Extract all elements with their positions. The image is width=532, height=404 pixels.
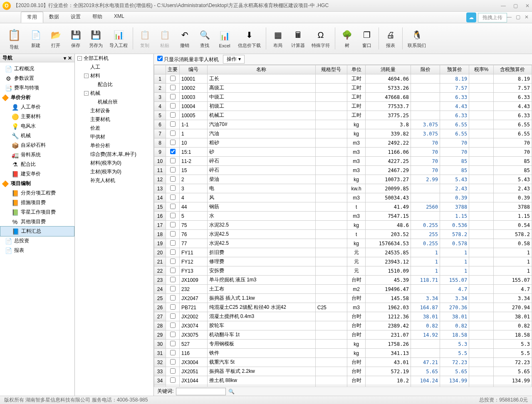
table-row[interactable]: 410004初级工工时77533.74.434.43 xyxy=(154,102,532,111)
row-checkbox[interactable] xyxy=(166,148,180,157)
tree-人工[interactable]: 人工 xyxy=(75,63,153,71)
col-税率%[interactable]: 税率% xyxy=(469,65,493,74)
tool-撤销[interactable]: ↶撤销 xyxy=(175,25,195,52)
table-row[interactable]: 28JX3074胶轮车台时2389.420.820.820.82 xyxy=(154,321,532,330)
table-row[interactable]: 133电kw.h20099.852.432.43 xyxy=(154,184,532,193)
row-checkbox[interactable] xyxy=(166,230,180,239)
table-row[interactable]: 21FY12修理费元23943.12111 xyxy=(154,257,532,266)
col-限价[interactable]: 限价 xyxy=(411,65,440,74)
row-checkbox[interactable] xyxy=(166,376,180,385)
close-icon[interactable]: ✕ xyxy=(68,55,72,61)
table-row[interactable]: 1775水泥32.5kg48.60.2550.5360.54 xyxy=(154,221,532,230)
col-含税预算价[interactable]: 含税预算价 xyxy=(493,65,532,74)
tree-toggle-icon[interactable]: - xyxy=(84,74,89,78)
tool-特殊字符[interactable]: Ω特殊字符 xyxy=(308,25,333,52)
row-checkbox[interactable] xyxy=(166,138,180,148)
row-checkbox[interactable] xyxy=(166,212,180,221)
menu-帮助[interactable]: 帮助 xyxy=(87,12,108,23)
close-icon[interactable]: ✕ xyxy=(525,3,530,9)
restore-icon[interactable]: ▢ xyxy=(516,14,520,20)
tool-计算器[interactable]: 🖩计算器 xyxy=(288,25,308,52)
nav-报表[interactable]: 📄报表 xyxy=(0,246,74,255)
tool-联系我们[interactable]: 🐧联系我们 xyxy=(404,25,429,52)
row-checkbox[interactable] xyxy=(166,120,180,129)
nav-电风水[interactable]: 💡电风水 xyxy=(0,121,74,131)
col-预算价[interactable]: 预算价 xyxy=(440,65,469,74)
tree-机械台班[interactable]: 机械台班 xyxy=(75,98,153,106)
nav-措施项目费[interactable]: 📙措施项目费 xyxy=(0,198,74,207)
nav-建安单价[interactable]: 📕建安单价 xyxy=(0,169,74,179)
row-checkbox[interactable] xyxy=(166,358,180,367)
nav-参数设置[interactable]: ⚙参数设置 xyxy=(0,74,74,83)
cloud-icon[interactable]: ☁ xyxy=(466,12,476,22)
tree-材料[interactable]: -材料 xyxy=(75,71,153,80)
tool-窗口[interactable]: ❐窗口 xyxy=(357,25,377,52)
col-主要[interactable]: 主要 xyxy=(166,65,180,74)
table-row[interactable]: 31116铁件kg341.135.55.5 xyxy=(154,349,532,358)
table-row[interactable]: 310003中级工工时47668.686.336.33 xyxy=(154,93,532,102)
row-checkbox[interactable] xyxy=(166,184,180,193)
row-checkbox[interactable] xyxy=(166,157,180,166)
tree-toggle-icon[interactable]: - xyxy=(77,56,82,61)
table-row[interactable]: 1876水泥42.5t203.52255578.2578.2 xyxy=(154,230,532,239)
table-row[interactable]: 22FY13安拆费元1510.09111 xyxy=(154,266,532,276)
tool-树[interactable]: 🌳树 xyxy=(337,25,357,52)
tree-全部工料机[interactable]: -全部工料机 xyxy=(75,54,153,63)
row-checkbox[interactable] xyxy=(166,93,180,102)
nav-自采砂石料[interactable]: 📦自采砂石料 xyxy=(0,140,74,150)
nav-机械[interactable]: 🔧机械 xyxy=(0,131,74,140)
row-checkbox[interactable] xyxy=(166,312,180,321)
table-row[interactable]: 25JX2047振捣器 插入式 1.1kw台时145.583.343.343.3… xyxy=(154,294,532,303)
tree-主要材机[interactable]: 主要材机 xyxy=(75,115,153,124)
row-checkbox[interactable] xyxy=(166,340,180,349)
table-row[interactable]: 165水m37547.151.151.15 xyxy=(154,212,532,221)
table-row[interactable]: 32JX3004载重汽车 5t台时43.0147.2172.2372.23 xyxy=(154,358,532,367)
nav-总投资[interactable]: 📄总投资 xyxy=(0,236,74,246)
table-row[interactable]: 1115碎石m32467.29708585 xyxy=(154,166,532,175)
minimize-icon[interactable]: — xyxy=(507,14,512,20)
nav-人工单价[interactable]: 👤人工单价 xyxy=(0,102,74,112)
table-row[interactable]: 110001工长工时4694.068.198.19 xyxy=(154,74,532,84)
maximize-icon[interactable]: ▢ xyxy=(513,3,518,9)
tool-查找[interactable]: 🔍查找 xyxy=(195,25,215,52)
row-checkbox[interactable] xyxy=(166,111,180,120)
row-checkbox[interactable] xyxy=(166,166,180,175)
col-单位[interactable]: 单位 xyxy=(347,65,366,74)
row-checkbox[interactable] xyxy=(166,294,180,303)
menu-设置[interactable]: 设置 xyxy=(65,12,87,23)
row-checkbox[interactable] xyxy=(166,285,180,294)
nav-零星工作项目费[interactable]: 📗零星工作项目费 xyxy=(0,207,74,217)
tree-材料(税率为0)[interactable]: 材料(税率为0) xyxy=(75,159,153,168)
tree-配合比[interactable]: 配合比 xyxy=(75,80,153,89)
table-row[interactable]: 34JX1044推土机 88kw台时10.2104.24134.99134.99 xyxy=(154,376,532,385)
row-checkbox[interactable] xyxy=(166,248,180,257)
menu-XML[interactable]: XML xyxy=(108,12,130,23)
table-row[interactable]: 30527专用钢模板kg1758.265.35.3 xyxy=(154,340,532,349)
nav-其他项目费[interactable]: %其他项目费 xyxy=(0,217,74,227)
tree-单价分析[interactable]: 单价分析 xyxy=(75,141,153,150)
nav-主要材料[interactable]: 🟡主要材料 xyxy=(0,112,74,121)
keyword-input[interactable] xyxy=(176,388,226,395)
table-row[interactable]: 810粗砂m32492.22707070 xyxy=(154,138,532,148)
search-icon[interactable]: 🔍 xyxy=(228,389,235,394)
tool-导入工程[interactable]: 📊导入工程 xyxy=(106,25,131,52)
row-checkbox[interactable] xyxy=(166,321,180,330)
table-row[interactable]: 71汽油kg339.823.0756.556.55 xyxy=(154,129,532,138)
table-row[interactable]: 1011-2碎石m34227.25708585 xyxy=(154,157,532,166)
row-checkbox[interactable] xyxy=(166,193,180,202)
nav-费率与特项[interactable]: 📑费率与特项 xyxy=(0,83,74,93)
tool-复制[interactable]: 📋复制 xyxy=(135,25,155,52)
row-checkbox[interactable] xyxy=(166,84,180,93)
nav-单价分析[interactable]: 🔶单价分析 xyxy=(0,93,74,102)
row-checkbox[interactable] xyxy=(166,202,180,212)
table-row[interactable]: 33JX2051振捣器 平板式 2.2kw台时572.195.655.655.6… xyxy=(154,367,532,376)
table-row[interactable]: 915:1砂m31166.06707070 xyxy=(154,148,532,157)
tool-报表[interactable]: 🖨报表 xyxy=(381,25,401,52)
col-名称[interactable]: 名称 xyxy=(207,65,315,74)
upload-button[interactable]: 拖拽上传 xyxy=(478,13,507,22)
minimize-icon[interactable]: — xyxy=(501,3,506,9)
table-row[interactable]: 29JX3075机动翻斗车 1t台时231.0714.9218.5818.58 xyxy=(154,330,532,340)
table-row[interactable]: 1544钢筋t41.49256037883788 xyxy=(154,202,532,212)
tree-价差[interactable]: 价差 xyxy=(75,124,153,133)
row-checkbox[interactable] xyxy=(166,266,180,276)
